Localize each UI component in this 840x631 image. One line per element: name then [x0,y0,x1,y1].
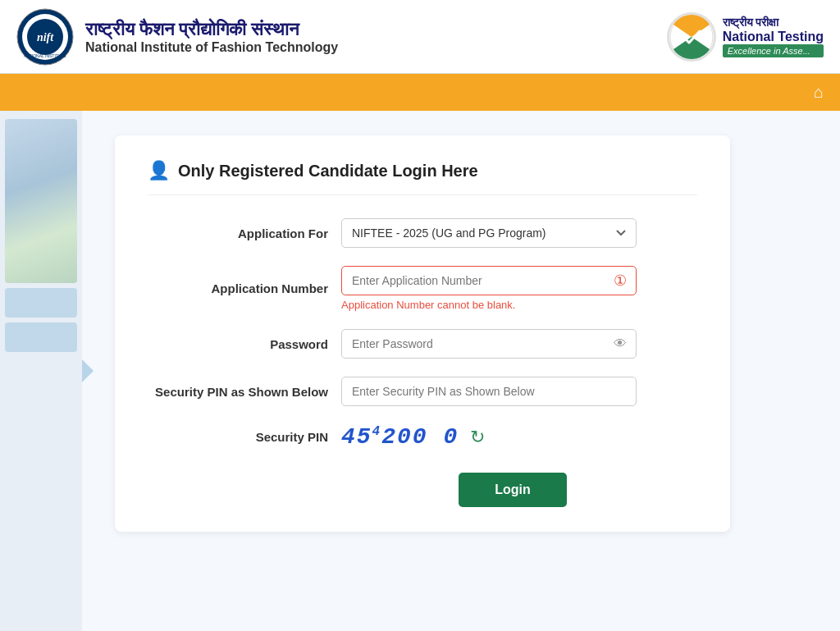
application-number-row: Application Number ① Application Number … [148,266,697,311]
sidebar-button-2[interactable] [5,322,77,352]
eye-icon[interactable]: 👁 [614,336,627,351]
application-number-error: Application Number cannot be blank. [341,299,637,311]
security-pin-display-label: Security PIN [148,430,328,444]
sidebar-button-1[interactable] [5,288,77,318]
application-number-label: Application Number [148,281,328,295]
security-pin-input-control [341,377,637,406]
application-number-wrapper: ① [341,266,637,295]
main-content: 👤 Only Registered Candidate Login Here A… [0,111,840,631]
password-row: Password 👁 [148,329,697,359]
login-title-text: Only Registered Candidate Login Here [178,162,478,181]
nta-tagline-text: Excellence in Asse... [723,44,824,57]
security-pin-input[interactable] [341,377,637,406]
login-box: 👤 Only Registered Candidate Login Here A… [115,135,730,532]
security-pin-code: 454200 0 [341,424,459,450]
application-for-label: Application For [148,226,328,240]
application-number-control: ① Application Number cannot be blank. [341,266,637,311]
password-input[interactable] [341,329,637,359]
security-pin-input-label: Security PIN as Shown Below [148,385,328,399]
password-control: 👁 [341,329,637,359]
sidebar-arrow-icon[interactable] [82,359,94,382]
login-button-row: Login [148,473,697,507]
nift-branding: nift NATIONAL INSTITUTE राष्ट्रीय फैशन प… [16,8,338,66]
application-for-control: NIFTEE - 2025 (UG and PG Program) [341,218,637,248]
error-icon: ① [614,272,627,290]
security-pin-display-row: Security PIN 454200 0 ↻ [148,424,697,450]
site-header: nift NATIONAL INSTITUTE राष्ट्रीय फैशन प… [0,0,840,74]
nift-english-text: National Institute of Fashion Technology [85,40,338,55]
nift-logo-icon: nift NATIONAL INSTITUTE [16,8,74,66]
sidebar-image [5,119,77,283]
home-button[interactable]: ⌂ [814,83,824,102]
refresh-icon[interactable]: ↻ [470,427,485,448]
application-number-input[interactable] [341,266,637,295]
nta-text: राष्ट्रीय परीक्षा National Testing Excel… [723,16,824,57]
security-pin-input-row: Security PIN as Shown Below [148,377,697,406]
application-for-select[interactable]: NIFTEE - 2025 (UG and PG Program) [341,218,637,248]
svg-text:NATIONAL INSTITUTE: NATIONAL INSTITUTE [24,53,66,58]
password-wrapper: 👁 [341,329,637,359]
nift-hindi-text: राष्ट्रीय फैशन प्रौद्योगिकी संस्थान [85,19,338,40]
application-for-row: Application For NIFTEE - 2025 (UG and PG… [148,218,697,248]
login-title: 👤 Only Registered Candidate Login Here [148,160,697,195]
security-pin-display: 454200 0 ↻ [341,424,637,450]
nta-logo-icon [667,12,716,62]
password-label: Password [148,337,328,351]
login-panel: 👤 Only Registered Candidate Login Here A… [82,111,840,631]
svg-text:nift: nift [37,31,54,43]
sidebar [0,111,82,631]
nift-text: राष्ट्रीय फैशन प्रौद्योगिकी संस्थान Nati… [85,19,338,55]
nta-english-text: National Testing [723,30,824,44]
login-button[interactable]: Login [459,473,567,507]
nta-hindi-text: राष्ट्रीय परीक्षा [723,16,824,30]
user-icon: 👤 [148,160,170,181]
nta-branding: राष्ट्रीय परीक्षा National Testing Excel… [667,12,824,62]
navigation-bar: ⌂ [0,74,840,111]
